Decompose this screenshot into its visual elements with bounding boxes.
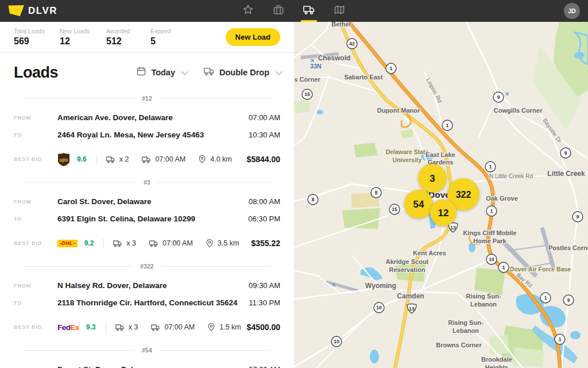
nav-loads[interactable]: [293, 0, 324, 22]
bid-price: $355.22: [251, 239, 280, 248]
svg-text:1: 1: [489, 164, 492, 170]
load-card[interactable]: #3 FROM Carol St. Dover, Delaware 08:00 …: [0, 178, 294, 251]
svg-text:12: 12: [438, 208, 449, 218]
type-filter-dropdown[interactable]: Double Drop: [203, 66, 280, 79]
svg-text:322: 322: [456, 190, 471, 200]
stat-total-loads: Total Loads 569: [14, 28, 60, 47]
stat-awarded: Awarded 512: [106, 28, 150, 47]
divider: [96, 154, 97, 164]
to-time: 11:30 PM: [249, 298, 280, 307]
carrier-rating: 9.6: [77, 155, 87, 163]
svg-text:9: 9: [577, 214, 579, 220]
map-label: East Lake: [425, 151, 455, 158]
to-time: 10:30 AM: [249, 131, 280, 139]
brand-logo[interactable]: DLVR: [0, 5, 57, 17]
route-shield: 15: [389, 204, 400, 214]
svg-text:13: 13: [450, 225, 456, 231]
user-avatar[interactable]: JD: [564, 3, 580, 19]
route-shield: 1: [442, 120, 452, 131]
from-row: FROM American Ave. Dover, Delaware 07:00…: [0, 113, 294, 122]
load-cluster-marker[interactable]: 54: [404, 190, 433, 218]
route-shield: 1: [485, 162, 496, 172]
map-label: Wyoming: [365, 282, 396, 290]
nav-business[interactable]: [263, 0, 293, 22]
load-card[interactable]: #12 FROM American Ave. Dover, Delaware 0…: [0, 94, 294, 167]
chevron-down-icon: [181, 68, 188, 75]
map-canvas[interactable]: BethelCheswold33NSabarto Eastes CornerLe…: [294, 22, 588, 368]
svg-text:3: 3: [430, 173, 435, 184]
svg-text:15: 15: [392, 206, 397, 212]
brand-mark-icon: [8, 5, 24, 17]
us-route-shield: 13: [407, 304, 416, 314]
map-label: Postles Corner: [548, 244, 588, 251]
from-row: FROM Forest St. Dover, Delaware 07:00 AM: [0, 365, 294, 368]
svg-text:10: 10: [376, 305, 382, 310]
map-label: Kent Acres: [413, 250, 446, 256]
distance-metric: 1.5 km: [207, 323, 241, 332]
from-address: American Ave. Dover, Delaware: [57, 113, 173, 122]
brand-name: DLVR: [28, 5, 57, 17]
svg-text:9: 9: [564, 150, 567, 156]
map-label: Dupont Manor: [377, 107, 420, 114]
distance-metric: 4.0 km: [198, 155, 232, 164]
to-address: 6391 Elgin St. Celina, Delaware 10299: [57, 214, 195, 223]
to-row: TO 6391 Elgin St. Celina, Delaware 10299…: [0, 214, 294, 223]
new-load-button[interactable]: New Load: [226, 28, 280, 46]
best-bid-row: BEST BID ups 9.6 x 2: [0, 152, 294, 167]
route-shield: 42: [347, 39, 357, 49]
page-title: Loads: [14, 64, 58, 82]
app-window: DLVR: [0, 0, 588, 368]
to-time: 06:30 PM: [248, 214, 280, 223]
loads-header: Loads Today: [0, 53, 294, 83]
truck-count-metric: x 3: [115, 323, 138, 332]
route-shield: 9: [572, 212, 583, 222]
nav-map[interactable]: [324, 0, 354, 22]
load-cluster-marker[interactable]: 3: [418, 164, 447, 193]
load-cluster-marker[interactable]: 12: [430, 200, 457, 226]
route-shield: 1: [486, 206, 497, 216]
truck-icon: [203, 66, 215, 79]
carrier-rating: 9.2: [84, 239, 94, 247]
svg-text:1: 1: [490, 208, 493, 214]
truck-count-metric: x 3: [113, 239, 136, 248]
map-label: Bethel: [331, 22, 351, 28]
truck-icon: [303, 4, 315, 18]
svg-text:9: 9: [567, 297, 570, 303]
map-icon: [334, 4, 345, 18]
route-shield: 8: [371, 187, 381, 198]
svg-text:15: 15: [304, 91, 310, 97]
map-label: University: [393, 156, 422, 163]
start-time-metric: 07:00 AM: [141, 155, 185, 164]
route-shield: 9: [493, 92, 504, 102]
date-filter-dropdown[interactable]: Today: [136, 66, 186, 79]
truck-count-metric: x 2: [106, 155, 129, 164]
map-label: Rising Sun-: [448, 319, 483, 326]
route-shield: 15: [302, 89, 312, 99]
map-panel[interactable]: BethelCheswold33NSabarto Eastes CornerLe…: [294, 22, 588, 368]
load-card[interactable]: #322 FROM N Halsey Rd. Dover, Delaware 0…: [0, 262, 294, 335]
map-label: Lebanon: [452, 327, 479, 334]
svg-text:10: 10: [334, 339, 339, 344]
map-label: Lebanon: [470, 301, 497, 308]
stats-bar: Total Loads 569 New Loads 12 Awarded 512…: [0, 22, 294, 53]
route-shield: 9: [560, 148, 571, 158]
route-shield: 10: [374, 302, 384, 313]
load-card[interactable]: #54 FROM Forest St. Dover, Delaware 07:0…: [0, 346, 294, 368]
from-row: FROM N Halsey Rd. Dover, Delaware 09:30 …: [0, 281, 294, 290]
svg-text:1: 1: [559, 336, 562, 342]
from-row: FROM Carol St. Dover, Delaware 08:00 AM: [0, 197, 294, 206]
svg-text:1: 1: [390, 66, 393, 71]
route-shield: 1: [386, 63, 396, 74]
divider: [103, 238, 104, 248]
fedex-logo: FedEx: [57, 323, 79, 332]
map-label: Rising Sun-: [466, 293, 501, 300]
map-label: Akridge Scout: [386, 258, 429, 265]
route-shield: 10: [331, 336, 342, 347]
bid-price: $4500.00: [247, 323, 280, 332]
route-shield: 9: [563, 295, 574, 305]
from-address: N Halsey Rd. Dover, Delaware: [57, 281, 167, 290]
svg-text:9: 9: [497, 94, 500, 100]
to-address: 2464 Royal Ln. Mesa, New Jersey 45463: [57, 131, 204, 139]
distance-metric: 3.5 km: [206, 239, 239, 248]
nav-favorites[interactable]: [233, 0, 263, 22]
